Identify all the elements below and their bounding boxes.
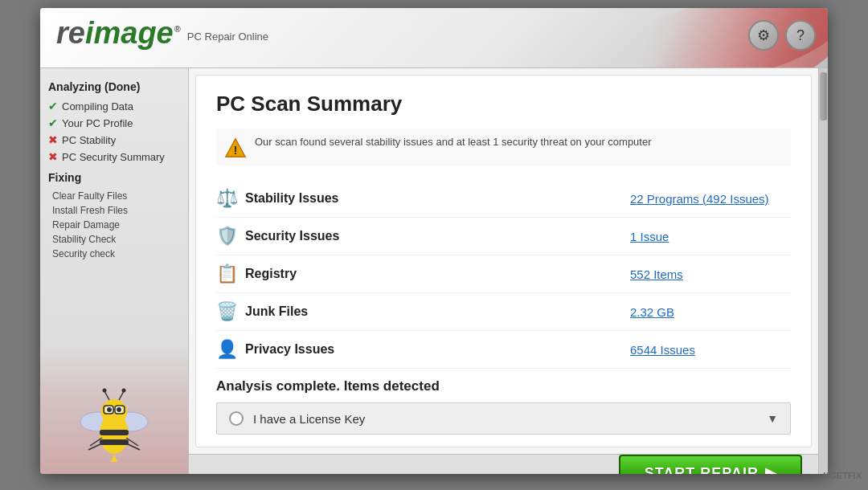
sidebar-item-pcprofile: ✔ Your PC Profile (48, 116, 180, 129)
privacy-label: Privacy Issues (245, 342, 630, 357)
svg-line-21 (126, 443, 140, 450)
logo-text: reimage® (56, 18, 181, 48)
help-button[interactable]: ? (785, 20, 816, 51)
fix-item-1: Install Fresh Files (48, 205, 180, 216)
stability-label: Stability Issues (245, 191, 630, 206)
sidebar-item-stability: ✖ PC Stability (48, 133, 180, 146)
sidebar-label-security: PC Security Summary (62, 151, 165, 163)
svg-line-19 (88, 443, 102, 450)
start-repair-label: START REPAIR (645, 465, 759, 475)
svg-text:!: ! (234, 143, 238, 157)
start-repair-arrow: ▶ (765, 464, 776, 474)
warning-box: ! Our scan found several stability issue… (216, 129, 791, 165)
sidebar-bee (40, 361, 188, 474)
svg-point-9 (117, 407, 121, 412)
issue-row-stability: ⚖️ Stability Issues 22 Programs (492 Iss… (216, 180, 791, 218)
fix-item-3: Stability Check (48, 234, 180, 245)
settings-button[interactable]: ⚙ (748, 20, 779, 51)
x-icon-security: ✖ (48, 150, 58, 163)
logo-subtitle: PC Repair Online (187, 31, 268, 43)
issue-row-privacy: 👤 Privacy Issues 6544 Issues (216, 331, 791, 369)
issue-row-junk: 🗑️ Junk Files 2.32 GB (216, 293, 791, 331)
warning-text: Our scan found several stability issues … (255, 135, 652, 149)
svg-marker-17 (111, 454, 117, 462)
svg-rect-4 (100, 439, 129, 445)
svg-point-14 (103, 389, 107, 393)
x-icon-stability: ✖ (48, 133, 58, 146)
issue-row-security: 🛡️ Security Issues 1 Issue (216, 218, 791, 255)
bee-illustration (74, 374, 154, 470)
security-value[interactable]: 1 Issue (630, 230, 791, 243)
svg-point-5 (101, 399, 127, 425)
license-text: I have a License Key (253, 412, 767, 426)
svg-point-8 (107, 407, 112, 412)
header: reimage® PC Repair Online ⚙ ? (40, 8, 828, 68)
junk-icon: 🗑️ (216, 301, 245, 322)
license-dropdown-icon[interactable]: ▼ (767, 412, 778, 425)
fix-item-0: Clear Faulty Files (48, 190, 180, 202)
main-content: Analyzing (Done) ✔ Compiling Data ✔ Your… (40, 68, 828, 474)
app-window: reimage® PC Repair Online ⚙ ? Analyzing … (40, 8, 828, 474)
start-repair-button[interactable]: START REPAIR ▶ (619, 455, 802, 474)
svg-point-16 (122, 389, 126, 393)
scrollbar-track[interactable] (818, 68, 828, 474)
logo-image: image (85, 16, 174, 50)
page-title: PC Scan Summary (216, 92, 791, 116)
privacy-value[interactable]: 6544 Issues (630, 343, 791, 357)
privacy-icon: 👤 (216, 339, 245, 360)
junk-value[interactable]: 2.32 GB (630, 305, 791, 319)
sidebar-label-stability: PC Stability (62, 134, 116, 146)
warning-icon: ! (224, 137, 247, 159)
stability-value[interactable]: 22 Programs (492 Issues) (630, 192, 791, 206)
license-radio[interactable] (229, 411, 244, 426)
security-icon: 🛡️ (216, 226, 245, 247)
sidebar: Analyzing (Done) ✔ Compiling Data ✔ Your… (40, 68, 189, 474)
registry-icon: 📋 (216, 263, 245, 284)
fix-item-2: Repair Damage (48, 219, 180, 231)
header-icons: ⚙ ? (748, 20, 816, 51)
sidebar-item-compiling: ✔ Compiling Data (48, 100, 180, 112)
fix-item-4: Security check (48, 248, 180, 259)
security-label: Security Issues (245, 229, 630, 243)
bottom-bar: START REPAIR ▶ (189, 454, 818, 474)
logo-re: re (56, 16, 85, 50)
sidebar-label-compiling: Compiling Data (62, 100, 133, 112)
analyzing-title: Analyzing (Done) (48, 80, 180, 93)
logo-registered: ® (174, 24, 181, 34)
license-row[interactable]: I have a License Key ▼ (216, 402, 791, 435)
stability-icon: ⚖️ (216, 188, 245, 209)
sidebar-item-security: ✖ PC Security Summary (48, 150, 180, 163)
svg-line-13 (104, 391, 109, 400)
logo-area: reimage® PC Repair Online (56, 18, 268, 48)
check-icon-pcprofile: ✔ (48, 116, 58, 129)
junk-label: Junk Files (245, 304, 630, 319)
check-icon-compiling: ✔ (48, 100, 58, 112)
issue-row-registry: 📋 Registry 552 Items (216, 255, 791, 293)
registry-value[interactable]: 552 Items (630, 267, 791, 281)
registry-label: Registry (245, 267, 630, 281)
analysis-complete-text: Analysis complete. Items detected (216, 378, 791, 394)
watermark: UGETFIX (823, 471, 862, 480)
scan-summary-area: PC Scan Summary ! Our scan found several… (195, 75, 812, 447)
right-panel: PC Scan Summary ! Our scan found several… (189, 68, 818, 474)
svg-rect-3 (100, 430, 129, 435)
scrollbar-thumb[interactable] (820, 72, 827, 120)
fixing-title: Fixing (48, 171, 180, 184)
svg-line-15 (119, 391, 124, 400)
sidebar-label-pcprofile: Your PC Profile (62, 117, 133, 129)
